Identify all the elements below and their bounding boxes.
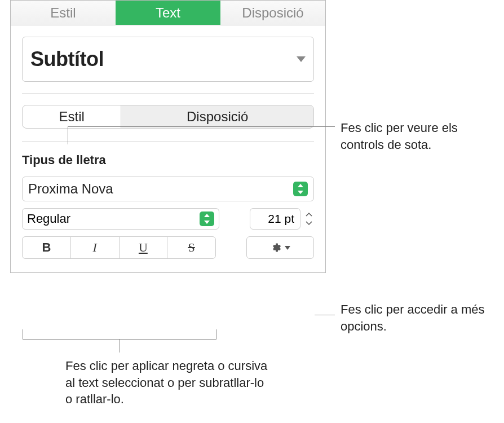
callout-styles: Fes clic per aplicar negreta o cursiva a… <box>65 358 268 408</box>
callout-subtab: Fes clic per veure els controls de sota. <box>341 120 487 153</box>
stepper-down[interactable] <box>304 219 314 228</box>
callout-advanced: Fes clic per accedir a més opcions. <box>341 301 493 334</box>
font-size-group: 21 pt <box>250 208 314 230</box>
font-family-value: Proxima Nova <box>28 181 113 197</box>
font-size-value: 21 pt <box>268 212 294 226</box>
italic-button[interactable]: I <box>71 237 120 258</box>
divider <box>22 93 314 94</box>
font-weight-value: Regular <box>27 211 70 226</box>
font-family-dropdown[interactable]: Proxima Nova <box>22 177 314 201</box>
bold-button[interactable]: B <box>23 237 71 258</box>
panel-content: Subtítol Estil Disposició Tipus de lletr… <box>11 25 325 272</box>
tab-text[interactable]: Text <box>116 1 220 25</box>
underline-button[interactable]: U <box>120 237 168 258</box>
font-section-label: Tipus de lletra <box>22 153 314 168</box>
dropdown-arrows-icon <box>293 182 308 196</box>
subtab-style[interactable]: Estil <box>23 105 121 128</box>
text-style-button-group: B I U S <box>22 236 216 259</box>
callout-leader <box>68 126 68 144</box>
callout-bracket <box>23 329 216 340</box>
top-tab-bar: Estil Text Disposició <box>11 1 325 25</box>
font-weight-dropdown[interactable]: Regular <box>22 208 219 230</box>
subtab-layout[interactable]: Disposició <box>121 105 313 128</box>
gear-icon <box>270 242 281 253</box>
chevron-down-icon <box>297 56 306 62</box>
tab-layout[interactable]: Disposició <box>220 1 325 25</box>
font-size-stepper <box>304 210 314 228</box>
strikethrough-button[interactable]: S <box>167 237 215 258</box>
paragraph-style-label: Subtítol <box>30 47 104 71</box>
font-size-field[interactable]: 21 pt <box>250 208 300 230</box>
tab-style[interactable]: Estil <box>11 1 116 25</box>
callout-leader <box>68 126 335 127</box>
chevron-down-icon <box>285 246 290 250</box>
divider <box>22 141 314 142</box>
dropdown-arrows-icon <box>200 211 214 226</box>
stepper-up[interactable] <box>304 210 314 219</box>
subtab-segmented-control: Estil Disposició <box>22 105 314 129</box>
callout-leader <box>315 315 335 315</box>
paragraph-style-dropdown[interactable]: Subtítol <box>22 37 314 82</box>
format-inspector-panel: Estil Text Disposició Subtítol Estil Dis… <box>10 0 326 273</box>
advanced-options-button[interactable] <box>246 236 314 259</box>
